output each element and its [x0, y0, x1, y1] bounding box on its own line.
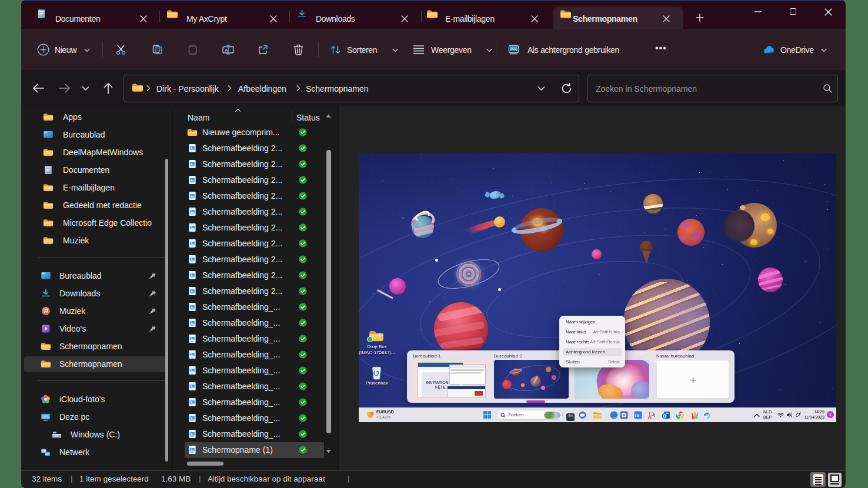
svg-text:m: m: [635, 413, 639, 418]
svg-text:A: A: [225, 48, 228, 53]
